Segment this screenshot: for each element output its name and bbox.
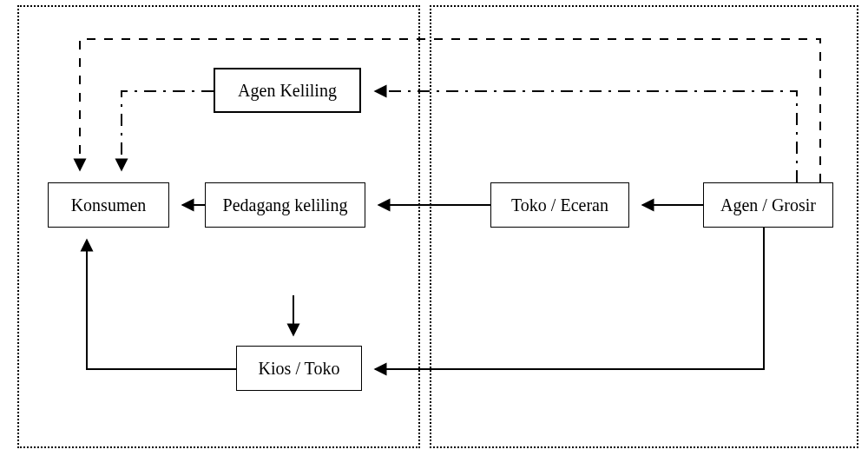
node-agen-keliling: Agen Keliling <box>214 68 361 113</box>
node-label: Konsumen <box>71 195 147 215</box>
node-label: Agen Keliling <box>238 81 337 101</box>
node-label: Toko / Eceran <box>511 195 608 215</box>
node-label: Kios / Toko <box>259 359 340 379</box>
node-toko-eceran: Toko / Eceran <box>490 182 629 228</box>
node-pedagang-keliling: Pedagang keliling <box>205 182 365 228</box>
node-label: Agen / Grosir <box>720 195 816 215</box>
node-konsumen: Konsumen <box>48 182 169 228</box>
diagram-stage: Agen Keliling Konsumen Pedagang keliling… <box>0 0 868 456</box>
node-label: Pedagang keliling <box>223 195 348 215</box>
node-agen-grosir: Agen / Grosir <box>703 182 833 228</box>
node-kios-toko: Kios / Toko <box>236 346 362 391</box>
